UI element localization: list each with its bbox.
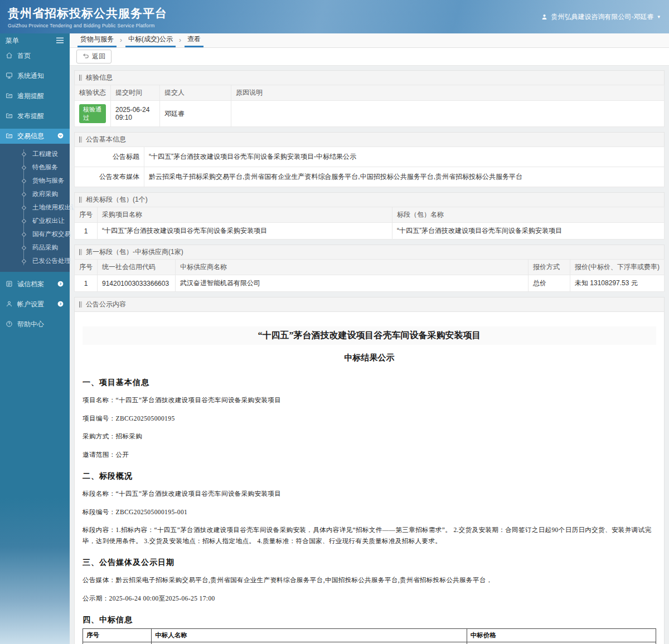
verify-col-reason: 原因说明 [231,85,665,101]
related-section-name: “十四五”茅台酒技改建设项目谷壳车间设备采购安装项目 [392,223,665,240]
doc-heading-4: 四、中标信息 [83,615,656,625]
person-icon [541,13,548,21]
sidebar-menu-label: 菜单 [6,36,19,46]
verify-col-time: 提交时间 [111,85,160,101]
user-company-name: 贵州弘典建设咨询有限公司-邓廷睿 [551,12,653,22]
verify-time: 2025-06-24 09:10 [111,101,160,127]
winner-col-no: 序号 [75,260,98,275]
verify-section: 核验信息 核验状态 提交时间 提交人 原因说明 核验通过 2025-06-24 … [74,70,665,127]
announcement-basic-header: 公告基本信息 [74,132,665,147]
sidebar-item-system-notice[interactable]: 系统通知 [0,69,70,84]
verify-table: 核验状态 提交时间 提交人 原因说明 核验通过 2025-06-24 09:10… [74,85,665,127]
document-subtitle: 中标结果公示 [83,349,656,367]
top-header: 贵州省招标投标公共服务平台 GuiZhou Province Tendering… [0,0,669,33]
announcement-media-label: 公告发布媒体 [75,167,144,187]
submenu-item-drug-procurement[interactable]: 药品采购 [0,241,70,254]
hamburger-icon[interactable] [56,37,64,45]
user-menu[interactable]: 贵州弘典建设咨询有限公司-邓廷睿 ▾ [541,12,669,22]
sidebar-item-label: 帐户设置 [17,300,44,309]
doc-line: 公示期：2025-06-24 00:00至2025-06-25 17:00 [83,593,656,604]
table-row: 1 914201003033366603 武汉奋进智能机器有限公司 总价 未知 … [75,275,665,292]
platform-brand: 贵州省招标投标公共服务平台 GuiZhou Province Tendering… [0,6,167,28]
winner-col-name: 中标供应商名称 [176,260,529,275]
related-project-name: “十四五”茅台酒技改建设项目谷壳车间设备采购安装项目 [98,223,392,240]
sidebar-item-home[interactable]: 首页 [0,48,70,64]
announcement-title-value: “十四五”茅台酒技改建设项目谷壳车间设备采购安装项目-中标结果公示 [144,147,665,167]
award-info-table: 序号 中标人名称 中标价格 1 武汉奋进智能机器有限公司 13108297.53… [83,628,656,644]
announcement-title-label: 公告标题 [75,147,144,167]
home-icon [6,52,13,61]
sidebar-item-publish-reminder[interactable]: 发布提醒 [0,109,70,124]
question-icon [6,320,13,329]
sidebar-submenu-transaction: 工程建设 特色服务 货物与服务 政府采购 土地使用权出让 矿业权出让 国有产权交… [0,144,70,272]
announcement-basic-section: 公告基本信息 公告标题 “十四五”茅台酒技改建设项目谷壳车间设备采购安装项目-中… [74,132,665,187]
doc-line: 项目编号：ZBCG202505000195 [83,413,656,425]
folder-icon [6,132,13,141]
submenu-item-engineering[interactable]: 工程建设 [0,147,70,160]
winner-quote-price: 未知 13108297.53 元 [570,275,665,292]
monitor-icon [6,72,13,81]
submenu-item-mining-rights[interactable]: 矿业权出让 [0,214,70,227]
submenu-item-special-services[interactable]: 特色服务 [0,160,70,174]
sidebar-item-label: 逾期提醒 [17,91,44,101]
chevron-down-icon: ▾ [657,14,660,19]
doc-line: 采购方式：招标采购 [83,431,656,442]
winner-col-price: 报价(中标价、下浮率或费率) [570,260,665,275]
folder-icon [6,112,13,121]
sidebar-item-label: 诚信档案 [17,280,44,289]
back-button[interactable]: 返回 [76,50,112,64]
toolbar: 返回 [70,48,669,66]
verify-row: 核验通过 2025-06-24 09:10 邓廷睿 [75,101,665,127]
winner-quote-method: 总价 [529,275,570,292]
back-button-label: 返回 [92,52,105,61]
breadcrumb-separator: › [117,36,125,47]
platform-subtitle: GuiZhou Province Tendering and Bidding P… [8,23,167,28]
submenu-item-state-property[interactable]: 国有产权交易 [0,227,70,241]
award-col-no: 序号 [83,629,152,642]
breadcrumb-award-announcement[interactable]: 中标(成交)公示 [125,33,176,47]
award-col-name: 中标人名称 [152,629,467,642]
related-sections-table: 序号 采购项目名称 标段（包）名称 1 “十四五”茅台酒技改建设项目谷壳车间设备… [74,207,665,240]
related-sections-header: 相关标段（包）(1个) [74,192,665,207]
winner-credit-code: 914201003033366603 [98,275,176,292]
sidebar-item-credit-archive[interactable]: 诚信档案 [0,277,70,292]
section-marker-icon [79,136,82,143]
winner-section-header: 第一标段（包）-中标供应商(1家) [74,245,665,259]
submenu-item-government-procurement[interactable]: 政府采购 [0,187,70,201]
verify-col-status: 核验状态 [75,85,111,101]
platform-title: 贵州省招标投标公共服务平台 [8,6,167,21]
table-row: 公告发布媒体 黔云招采电子招标采购交易平台,贵州省国有企业生产资料综合服务平台,… [75,167,665,187]
sidebar-item-label: 帮助中心 [17,320,44,329]
winner-col-code: 统一社会信用代码 [98,260,176,275]
sidebar-item-transaction-info[interactable]: 交易信息 [0,129,70,144]
sidebar-item-overdue-reminder[interactable]: 逾期提醒 [0,89,70,104]
related-no: 1 [75,223,98,240]
chevron-down-circle-icon [57,132,64,141]
submenu-item-goods-services[interactable]: 货物与服务 [0,174,70,187]
breadcrumb-view[interactable]: 查看 [185,33,203,47]
sidebar-item-account-settings[interactable]: 帐户设置 [0,297,70,312]
sidebar: 菜单 首页 系统通知 逾期提醒 [0,33,70,644]
table-row: 公告标题 “十四五”茅台酒技改建设项目谷壳车间设备采购安装项目-中标结果公示 [75,147,665,167]
winner-table: 序号 统一社会信用代码 中标供应商名称 报价方式 报价(中标价、下浮率或费率) … [74,259,665,292]
submenu-item-published-announcements[interactable]: 已发公告处理 [0,254,70,267]
chevron-right-circle-icon [57,300,64,309]
winner-col-method: 报价方式 [529,260,570,275]
winner-section: 第一标段（包）-中标供应商(1家) 序号 统一社会信用代码 中标供应商名称 报价… [74,245,665,292]
document-title: “十四五”茅台酒技改建设项目谷壳车间设备采购安装项目 [83,326,656,345]
section-title: 第一标段（包）-中标供应商(1家) [86,247,183,257]
verify-col-person: 提交人 [160,85,231,101]
doc-heading-1: 一、项目基本信息 [83,378,656,388]
doc-line: 标段名称：“十四五”茅台酒技改建设项目谷壳车间设备采购安装项目 [83,489,656,500]
verify-section-header: 核验信息 [74,70,665,85]
breadcrumb-goods-services[interactable]: 货物与服务 [77,33,117,47]
sidebar-item-help-center[interactable]: 帮助中心 [0,317,70,332]
announcement-document: “十四五”茅台酒技改建设项目谷壳车间设备采购安装项目 中标结果公示 一、项目基本… [74,311,665,644]
doc-line: 邀请范围：公开 [83,450,656,461]
sidebar-item-label: 首页 [17,51,31,61]
sidebar-item-label: 交易信息 [17,131,44,141]
submenu-item-land-use-rights[interactable]: 土地使用权出让 [0,201,70,214]
section-title: 相关标段（包）(1个) [86,195,148,204]
main-content: 货物与服务 › 中标(成交)公示 › 查看 返回 核验信息 核验 [70,33,669,644]
sidebar-item-label: 系统通知 [17,71,44,81]
